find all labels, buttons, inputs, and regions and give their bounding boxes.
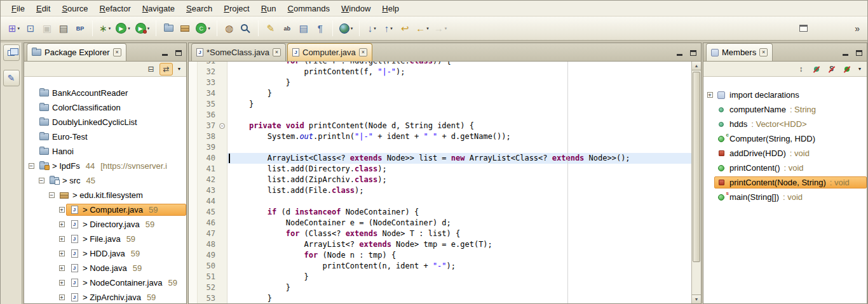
save-button[interactable]: ▣ xyxy=(39,20,55,37)
code-editor[interactable]: for (File f : hdd.get(File.class)) { pri… xyxy=(227,62,691,303)
maximize-button[interactable] xyxy=(688,47,698,57)
menu-commands[interactable]: Commands xyxy=(282,2,336,15)
previous-annotation-button[interactable]: ↑▾ xyxy=(380,20,397,37)
scroll-down-button[interactable]: ▼ xyxy=(692,294,701,303)
scrapbook-view-button[interactable]: ✎ xyxy=(3,70,20,86)
expander-plus-icon[interactable]: + xyxy=(57,280,66,286)
print-button[interactable]: ▤ xyxy=(55,20,72,37)
menu-project[interactable]: Project xyxy=(218,2,255,15)
show-whitespace-button[interactable]: ¶ xyxy=(312,20,329,37)
scrollbar-thumb[interactable] xyxy=(693,72,700,262)
package-explorer-tree[interactable]: BankAccountReaderColorClassificationDoub… xyxy=(24,77,186,303)
editor-tab-computer-java[interactable]: JComputer.java× xyxy=(287,43,372,61)
mark-occurrences-button[interactable]: ✎ xyxy=(262,20,279,37)
tree-item-computer-java[interactable]: +J> Computer.java59 xyxy=(24,202,186,217)
annotation-ruler[interactable] xyxy=(189,62,198,303)
menu-run[interactable]: Run xyxy=(255,2,282,15)
tree-item-file-java[interactable]: +J> File.java59 xyxy=(24,232,186,246)
member-item-hdds[interactable]: hdds : Vector<HDD> xyxy=(703,117,867,131)
close-icon[interactable]: × xyxy=(359,48,367,56)
member-item-computer-string-hdd[interactable]: cComputer(String, HDD) xyxy=(703,131,867,146)
restore-view-button[interactable] xyxy=(3,44,20,61)
member-item-import-declarations[interactable]: +import declarations xyxy=(703,88,867,102)
dropdown-arrow-icon[interactable]: ▾ xyxy=(147,26,150,31)
forward-button[interactable]: →▾ xyxy=(431,20,450,37)
dropdown-arrow-icon[interactable]: ▾ xyxy=(351,26,353,31)
open-resource-button[interactable]: ⊡ xyxy=(22,20,39,37)
line-number-ruler[interactable]: 3132333435363738394041424344454647484950… xyxy=(198,62,218,303)
close-icon[interactable]: × xyxy=(273,48,281,56)
tree-item-directory-java[interactable]: +J> Directory.java59 xyxy=(24,217,186,232)
hide-static-members-button[interactable]: S xyxy=(825,63,838,76)
member-item-main-string[interactable]: smain(String[]) : void xyxy=(703,190,867,204)
expander-minus-icon[interactable]: − xyxy=(27,163,36,169)
fold-collapse-icon[interactable]: − xyxy=(219,123,225,129)
dropdown-arrow-icon[interactable]: ▾ xyxy=(208,26,210,31)
menu-navigate[interactable]: Navigate xyxy=(137,2,180,15)
show-breakpoints-button[interactable]: BP xyxy=(72,20,88,37)
package-explorer-tab[interactable]: Package Explorer × xyxy=(27,43,126,61)
expander-plus-icon[interactable]: + xyxy=(57,236,66,242)
menu-refactor[interactable]: Refactor xyxy=(94,2,137,15)
vertical-scrollbar[interactable]: ▲ ▼ xyxy=(691,62,701,303)
externalize-strings-button[interactable]: ab xyxy=(279,20,295,37)
member-item-printcontent[interactable]: printContent() : void xyxy=(703,161,867,175)
pin-editor-button[interactable] xyxy=(795,20,811,37)
folding-ruler[interactable]: − xyxy=(218,62,227,303)
minimize-button[interactable] xyxy=(159,47,170,57)
back-button[interactable]: ←▾ xyxy=(413,20,431,37)
last-edit-location-button[interactable]: ↩ xyxy=(397,20,413,37)
dropdown-arrow-icon[interactable]: ▾ xyxy=(374,26,376,31)
maximize-button[interactable] xyxy=(173,47,184,57)
menu-search[interactable]: Search xyxy=(180,2,218,15)
menu-file[interactable]: File xyxy=(6,2,31,15)
tree-item-ziparchiv-java[interactable]: +J> ZipArchiv.java59 xyxy=(24,290,186,303)
editor-tab-someclass-java[interactable]: J*SomeClass.java× xyxy=(191,43,286,61)
hide-fields-button[interactable] xyxy=(810,63,823,76)
menu-window[interactable]: Window xyxy=(336,2,376,15)
close-icon[interactable]: × xyxy=(759,48,768,56)
members-list[interactable]: +import declarationscomputerName : Strin… xyxy=(703,77,867,303)
member-item-printcontent-node-string[interactable]: printContent(Node, String) : void xyxy=(703,175,867,190)
debug-button[interactable]: ∗▾ xyxy=(97,20,113,37)
new-java-project-button[interactable] xyxy=(160,20,177,37)
tree-item-bankaccountreader[interactable]: BankAccountReader xyxy=(24,86,186,100)
tree-item-doublylinkedcycliclist[interactable]: DoublyLinkedCyclicList xyxy=(24,115,186,129)
next-annotation-button[interactable]: ↓▾ xyxy=(363,20,380,37)
toolbar-overflow-chevron[interactable]: » xyxy=(852,23,862,34)
scroll-up-button[interactable]: ▲ xyxy=(692,62,701,70)
dropdown-arrow-icon[interactable]: ▾ xyxy=(390,26,393,31)
tree-item-nodecontainer-java[interactable]: +J> NodeContainer.java59 xyxy=(24,275,186,290)
view-menu-button[interactable]: ▼ xyxy=(855,63,864,76)
tree-item-src[interactable]: −> src45 xyxy=(24,173,186,188)
menu-help[interactable]: Help xyxy=(376,2,405,15)
new-wizard-button[interactable]: ⊞▾ xyxy=(6,20,22,37)
new-class-button[interactable]: C▾ xyxy=(193,20,213,37)
dropdown-arrow-icon[interactable]: ▾ xyxy=(445,26,447,31)
close-icon[interactable]: × xyxy=(113,48,121,56)
menu-edit[interactable]: Edit xyxy=(31,2,56,15)
expander-plus-icon[interactable]: + xyxy=(57,207,66,213)
collapse-all-button[interactable]: ⊟ xyxy=(144,63,158,76)
dropdown-arrow-icon[interactable]: ▾ xyxy=(128,26,130,31)
expander-plus-icon[interactable]: + xyxy=(57,265,66,271)
expander-minus-icon[interactable]: − xyxy=(37,178,46,183)
search-button[interactable] xyxy=(238,20,254,37)
run-coverage-button[interactable]: ▶▾ xyxy=(133,20,153,37)
tree-item-ipdfs[interactable]: −> IpdFs44[https://svnserver.i xyxy=(24,159,186,173)
expander-minus-icon[interactable]: − xyxy=(47,192,56,198)
hide-non-public-button[interactable] xyxy=(840,63,853,76)
minimize-button[interactable] xyxy=(840,47,851,57)
dropdown-arrow-icon[interactable]: ▾ xyxy=(109,26,111,31)
expander-plus-icon[interactable]: + xyxy=(705,92,714,98)
sort-members-button[interactable]: ↕ xyxy=(794,63,808,76)
view-menu-button[interactable]: ▼ xyxy=(175,63,184,76)
member-item-computername[interactable]: computerName : String xyxy=(703,102,867,117)
menu-source[interactable]: Source xyxy=(56,2,93,15)
dropdown-arrow-icon[interactable]: ▾ xyxy=(18,26,20,31)
tree-item-edu-kit-filesystem[interactable]: −> edu.kit.filesystem xyxy=(24,188,186,202)
expander-plus-icon[interactable]: + xyxy=(57,294,66,300)
export-jar-button[interactable]: ◍ xyxy=(221,20,238,37)
member-item-adddrive-hdd[interactable]: addDrive(HDD) : void xyxy=(703,146,867,161)
tree-item-euro-test[interactable]: Euro-Test xyxy=(24,129,186,144)
